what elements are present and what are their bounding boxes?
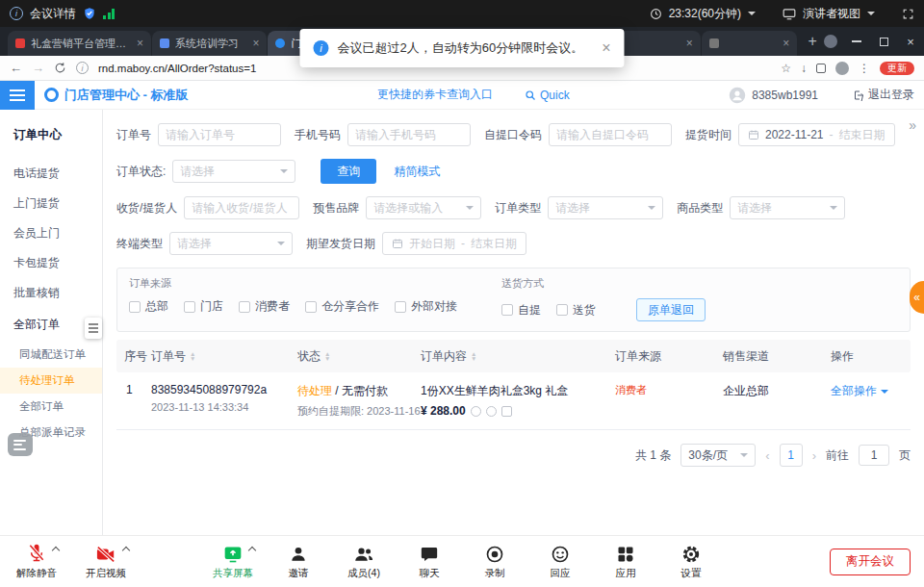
tab-close-icon[interactable]: × [252, 37, 259, 50]
browser-tab[interactable]: 系统培训学习 × [152, 31, 267, 56]
unmute-button[interactable]: 解除静音 [15, 543, 58, 580]
sidebar-section-order-center[interactable]: 订单中心 [0, 117, 102, 159]
browser-tab[interactable]: × [702, 31, 797, 56]
sidebar-collapse-handle[interactable] [85, 318, 102, 339]
browser-profile-icon[interactable] [824, 35, 837, 48]
pickup-time-range[interactable]: 2022-11-21 - 结束日期 [738, 123, 895, 146]
presale-brand-select[interactable]: 请选择或输入 [366, 196, 481, 219]
back-button[interactable]: ← [10, 61, 22, 75]
invite-button[interactable]: 邀请 [277, 543, 320, 580]
security-shield-icon[interactable] [83, 7, 96, 20]
coupon-query-link[interactable]: 更快捷的券卡查询入口 [377, 87, 493, 103]
members-button[interactable]: 成员(4) [343, 543, 385, 580]
sidebar-item-batch-verify[interactable]: 批量核销 [0, 278, 102, 308]
meeting-info-icon[interactable]: i [10, 7, 23, 20]
url-text[interactable]: rnd.maboy.cn/AllOrder?status=1 [98, 63, 256, 74]
order-number[interactable]: 83859345088979792a [151, 383, 297, 396]
network-signal-icon [103, 9, 115, 19]
col-content[interactable]: 订单内容▲▼ [421, 348, 615, 365]
forward-button[interactable]: → [32, 61, 44, 75]
view-mode-dropdown-caret[interactable] [867, 12, 875, 19]
window-maximize-button[interactable] [870, 27, 897, 56]
share-screen-button[interactable]: 共享屏幕 [212, 543, 254, 580]
row-status-cell: 待处理 / 无需付款 预约自提期限: 2023-11-16 [297, 383, 421, 419]
terminal-type-select[interactable]: 请选择 [169, 232, 293, 255]
checkbox-store[interactable]: 门店 [184, 298, 223, 315]
timer-dropdown-caret[interactable] [748, 12, 756, 19]
site-info-icon[interactable]: i [76, 62, 89, 74]
tab-close-icon[interactable]: × [783, 37, 789, 50]
start-video-button[interactable]: 开启视频 [85, 543, 127, 580]
sidebar-item-pending-orders[interactable]: 待处理订单 [0, 368, 102, 394]
order-no-input[interactable] [158, 123, 281, 146]
next-page-button[interactable]: › [812, 448, 816, 463]
reactions-button[interactable]: 回应 [539, 543, 581, 580]
col-order-no[interactable]: 订单号▲▼ [151, 348, 297, 365]
checkbox-consumer[interactable]: 消费者 [239, 298, 290, 315]
sidebar-item-all-orders[interactable]: 全部订单 [0, 394, 102, 420]
window-minimize-button[interactable] [843, 27, 870, 56]
sidebar-item-member-visit[interactable]: 会员上门 [0, 218, 102, 248]
pickup-code-input[interactable] [549, 123, 672, 146]
browser-avatar-icon[interactable] [835, 62, 849, 75]
apps-button[interactable]: 应用 [604, 543, 647, 580]
extensions-puzzle-icon[interactable] [816, 64, 826, 73]
checkbox-self-pickup[interactable]: 自提 [501, 302, 541, 319]
page-number-current[interactable]: 1 [780, 444, 803, 467]
window-close-button[interactable]: × [897, 27, 924, 56]
order-status-select[interactable]: 请选择 [172, 160, 295, 183]
reload-button[interactable] [54, 62, 66, 74]
download-icon[interactable]: ↓ [801, 62, 807, 75]
meeting-details-label[interactable]: 会议详情 [30, 6, 76, 22]
browser-menu-icon[interactable]: ⋮ [859, 62, 870, 75]
user-info[interactable]: 8385wb1991 [729, 87, 818, 104]
row-action-dropdown[interactable]: 全部操作 [831, 383, 911, 399]
receiver-input[interactable] [184, 196, 299, 219]
sidebar-item-phone-pickup[interactable]: 电话提货 [0, 159, 102, 189]
sort-icon[interactable]: ▲▼ [471, 351, 476, 361]
video-options-chevron[interactable] [122, 547, 130, 554]
logout-button[interactable]: 退出登录 [853, 87, 914, 103]
bookmark-star-icon[interactable]: ☆ [781, 62, 791, 75]
tab-close-icon[interactable]: × [137, 37, 143, 50]
search-button[interactable]: 查询 [321, 159, 376, 184]
col-status[interactable]: 状态▲▼ [297, 348, 421, 365]
settings-button[interactable]: 设置 [670, 543, 712, 580]
tab-close-icon[interactable]: × [686, 37, 693, 50]
original-return-button[interactable]: 原单退回 [636, 298, 706, 321]
phone-input[interactable] [347, 123, 471, 146]
order-type-select[interactable]: 请选择 [548, 196, 663, 219]
sort-icon[interactable]: ▲▼ [190, 351, 195, 361]
goto-page-input[interactable] [859, 445, 889, 466]
browser-tab[interactable]: 礼盒营销平台管理中心 × [8, 31, 151, 56]
browser-update-badge[interactable]: 更新 [880, 62, 914, 75]
view-mode-label[interactable]: 演讲者视图 [803, 6, 860, 22]
checkbox-external[interactable]: 外部对接 [395, 298, 457, 315]
goods-type-select[interactable]: 请选择 [730, 196, 845, 219]
leave-meeting-button[interactable]: 离开会议 [830, 549, 911, 575]
page-size-select[interactable]: 30条/页 [680, 444, 756, 467]
expect-ship-date-range[interactable]: 开始日期 - 结束日期 [382, 232, 526, 255]
app-menu-button[interactable] [0, 81, 35, 110]
sidebar-item-city-delivery-orders[interactable]: 同城配送订单 [0, 342, 102, 368]
checkbox-warehouse-share[interactable]: 仓分享合作 [305, 298, 379, 315]
sort-icon[interactable]: ▲▼ [324, 351, 330, 361]
toast-close-icon[interactable]: × [602, 39, 610, 57]
meeting-timer[interactable]: 23:32(60分钟) [669, 6, 741, 22]
fullscreen-icon[interactable] [902, 8, 914, 20]
new-tab-button[interactable]: + [801, 30, 824, 53]
record-button[interactable]: 录制 [474, 543, 516, 580]
simple-mode-link[interactable]: 精简模式 [394, 164, 440, 180]
checkbox-delivery[interactable]: 送货 [556, 302, 596, 319]
username: 8385wb1991 [752, 89, 818, 102]
sidebar-item-card-pickup[interactable]: 卡包提货 [0, 248, 102, 278]
filters-collapse-icon[interactable]: » [909, 117, 914, 133]
share-options-chevron[interactable] [248, 547, 256, 554]
checkbox-hq[interactable]: 总部 [129, 298, 168, 315]
sidebar-list-tool-icon[interactable] [8, 433, 33, 456]
sidebar-item-store-pickup[interactable]: 上门提货 [0, 189, 102, 218]
prev-page-button[interactable]: ‹ [765, 448, 769, 463]
chat-button[interactable]: 聊天 [408, 543, 450, 580]
quick-search-link[interactable]: Quick [525, 89, 570, 102]
mute-options-chevron[interactable] [52, 547, 60, 554]
